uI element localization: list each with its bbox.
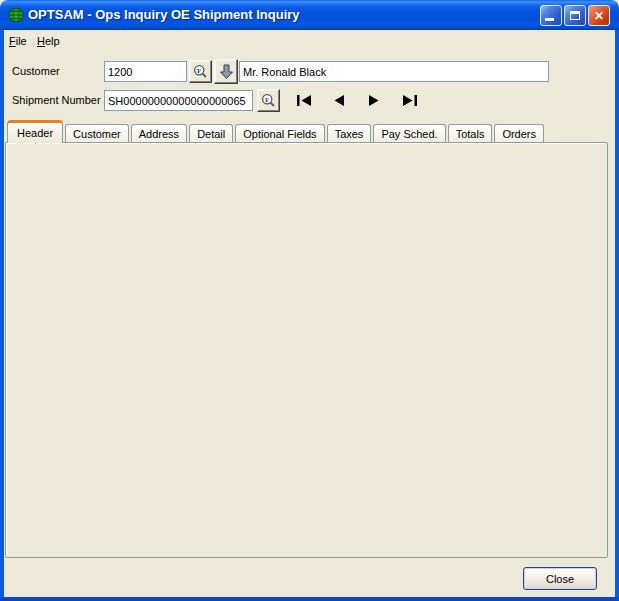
window-border-right — [615, 30, 619, 597]
drilldown-arrow-icon — [220, 64, 233, 80]
last-record-button[interactable] — [397, 91, 421, 109]
tab-detail[interactable]: Detail — [189, 124, 233, 142]
customer-code-input[interactable] — [104, 61, 187, 82]
shipment-number-label: Shipment Number — [12, 90, 101, 111]
svg-text:F: F — [197, 67, 201, 75]
shipment-finder-button[interactable]: F — [257, 89, 280, 112]
next-record-button[interactable] — [362, 91, 386, 109]
customer-finder-button[interactable]: F — [189, 60, 212, 83]
tab-totals[interactable]: Totals — [448, 124, 493, 142]
tab-strip: Header Customer Address Detail Optional … — [7, 120, 544, 143]
customer-name-display[interactable] — [239, 61, 549, 82]
close-button[interactable]: Close — [523, 567, 597, 590]
customer-label: Customer — [12, 61, 60, 82]
app-icon — [8, 7, 24, 23]
previous-record-icon — [332, 95, 346, 106]
shipment-number-input[interactable] — [104, 90, 253, 111]
tab-page-header — [5, 142, 608, 558]
window-border-bottom — [0, 597, 619, 601]
maximize-button[interactable] — [564, 5, 586, 26]
menu-file[interactable]: File — [6, 33, 30, 49]
previous-record-button[interactable] — [327, 91, 351, 109]
first-record-button[interactable] — [292, 91, 316, 109]
shipment-inquiry-window: OPTSAM - Ops Inquiry OE Shipment Inquiry… — [0, 0, 619, 601]
finder-icon: F — [193, 64, 208, 79]
finder-icon: F — [261, 93, 276, 108]
tab-header[interactable]: Header — [7, 120, 63, 143]
minimize-button[interactable] — [540, 5, 562, 26]
minimize-icon — [545, 18, 554, 21]
next-record-icon — [367, 95, 381, 106]
tab-taxes[interactable]: Taxes — [327, 124, 372, 142]
customer-drilldown-button[interactable] — [214, 59, 238, 84]
menu-help[interactable]: Help — [34, 33, 63, 49]
tab-customer[interactable]: Customer — [65, 124, 129, 142]
maximize-icon — [570, 11, 580, 20]
tab-optional-fields[interactable]: Optional Fields — [235, 124, 324, 142]
close-icon: ✕ — [594, 10, 604, 22]
tab-orders[interactable]: Orders — [494, 124, 544, 142]
close-window-button[interactable]: ✕ — [588, 5, 610, 26]
window-title: OPTSAM - Ops Inquiry OE Shipment Inquiry — [28, 0, 300, 30]
last-record-icon — [401, 95, 418, 106]
titlebar: OPTSAM - Ops Inquiry OE Shipment Inquiry… — [0, 0, 619, 30]
tab-pay-sched[interactable]: Pay Sched. — [373, 124, 445, 142]
first-record-icon — [296, 95, 313, 106]
tab-address[interactable]: Address — [131, 124, 187, 142]
svg-text:F: F — [265, 96, 269, 104]
window-border-left — [0, 30, 4, 597]
